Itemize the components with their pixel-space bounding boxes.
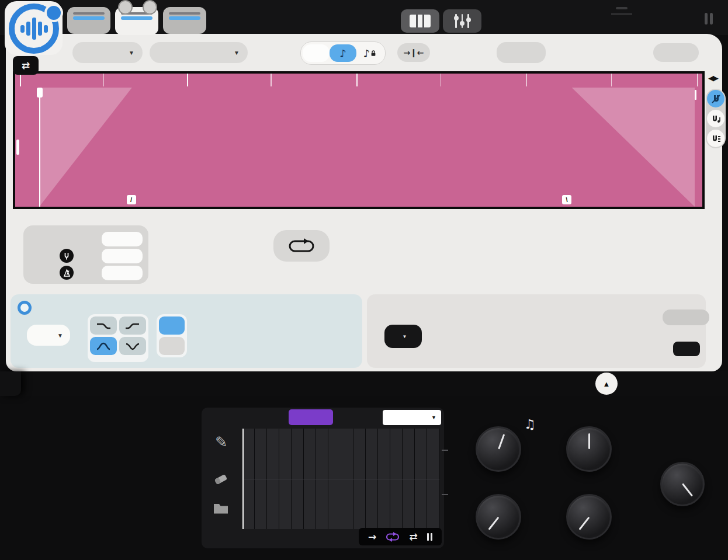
resize-grip-icon[interactable] [705, 13, 713, 25]
keyboard-icon [410, 15, 431, 27]
swap-arrows-icon: ⇄ [22, 60, 30, 71]
slope-12-button[interactable] [159, 316, 185, 335]
folder-icon [213, 502, 229, 514]
snap-mode-group [706, 89, 726, 148]
notch-icon [124, 342, 141, 351]
play-mode-dropdown[interactable]: ▼ [72, 42, 143, 63]
filter-notch-button[interactable] [119, 337, 146, 355]
sample-start-marker[interactable] [39, 88, 40, 207]
sync-note-lock-button[interactable]: ♪ [356, 44, 383, 62]
bpm-value-field[interactable] [102, 266, 143, 280]
loop-icon [287, 238, 316, 253]
arrow-up-icon: ▲ [603, 380, 611, 388]
waveform-display[interactable]: / \ [13, 71, 705, 209]
left-edge-handle[interactable] [16, 140, 19, 155]
rate-sync-note-icon[interactable]: ♫ [524, 417, 536, 432]
pencil-icon: ✎ [215, 433, 228, 451]
collapse-mod-panel-button[interactable]: ▲ [595, 373, 618, 395]
chevron-down-icon: ▼ [57, 332, 63, 339]
sample-info-box [23, 225, 148, 284]
warp-knob[interactable] [566, 426, 612, 472]
trim-to-markers-button[interactable]: →❙← [397, 43, 430, 62]
level-knob[interactable] [660, 462, 705, 506]
param-tune[interactable] [498, 7, 532, 11]
tab-sample-3[interactable] [163, 7, 206, 34]
solo-badge[interactable] [118, 0, 133, 15]
param-glide[interactable] [598, 7, 645, 15]
metronome-icon[interactable] [60, 266, 74, 280]
magnet-note-icon [711, 114, 721, 124]
vel-value-badge[interactable] [673, 342, 700, 356]
note-lock-icon: ♪ [363, 47, 370, 60]
seq-mode-group: → ⇄ [359, 528, 442, 545]
filter-slope-group [157, 314, 187, 357]
ab-compare-button[interactable]: ⇄ [13, 56, 39, 75]
preset-name-box[interactable] [0, 371, 21, 396]
sync-off-button[interactable] [303, 44, 330, 62]
load-preset-button[interactable] [213, 502, 229, 517]
mixer-view-button[interactable] [443, 9, 481, 33]
start-marker-handle[interactable] [37, 88, 43, 98]
filter-bandpass-button[interactable] [90, 337, 117, 355]
voice-mode-dropdown[interactable]: ▼ [150, 42, 248, 63]
note-icon: ♪ [339, 47, 346, 60]
fade-out-handle[interactable]: \ [562, 195, 571, 204]
tab-seq-active[interactable] [289, 409, 333, 425]
chevron-down-icon: ▼ [234, 50, 240, 56]
smono-button[interactable] [653, 43, 699, 62]
snap-grid-button[interactable] [707, 130, 724, 147]
param-fine[interactable] [532, 7, 564, 11]
mode-hold-icon[interactable] [427, 533, 432, 541]
sliders-icon [455, 14, 469, 28]
magnet-grid-icon [711, 134, 721, 144]
draw-tool-button[interactable]: ✎ [215, 433, 228, 451]
filter-group-dropdown[interactable]: ▼ [27, 325, 70, 346]
waveform-area[interactable]: / \ [15, 88, 702, 207]
smooth-knob[interactable] [566, 494, 612, 540]
logo-dot [44, 4, 63, 22]
mode-forward-icon[interactable]: → [368, 532, 376, 542]
gain-value-field[interactable] [102, 232, 143, 246]
sync-toggle-group: ♪ ♪ [300, 41, 386, 65]
sample-end-marker[interactable] [695, 90, 696, 100]
fade-in-handle[interactable]: / [127, 195, 136, 204]
filter-lowpass-button[interactable] [90, 316, 117, 335]
root-value-field[interactable] [102, 249, 143, 263]
bandpass-icon [95, 342, 112, 351]
seq-grid[interactable] [242, 429, 439, 529]
status-bar [0, 371, 728, 396]
stretch-handles-icon[interactable]: ◀▶ [708, 74, 717, 82]
root-note-icon[interactable] [60, 249, 74, 263]
close-tab-icon[interactable] [143, 0, 157, 15]
phase-knob[interactable] [476, 494, 521, 540]
waveform-ruler[interactable] [15, 74, 702, 88]
mode-pingpong-icon[interactable]: ⇄ [410, 532, 418, 542]
tab-sample-1[interactable] [67, 7, 110, 34]
adsr-preset-dropdown[interactable]: ▼ [384, 325, 422, 348]
snap-note-button[interactable] [707, 110, 724, 127]
loop-toggle-button[interactable] [273, 230, 330, 262]
plugin-window: ⇄ ▼ ▼ ♪ ♪ →❙← [0, 0, 728, 560]
lock-icon [370, 50, 376, 57]
flat-button[interactable] [497, 42, 546, 63]
param-voices[interactable] [645, 7, 682, 11]
eraser-icon [214, 472, 229, 486]
seq-playhead [242, 429, 244, 529]
sync-note-button[interactable]: ♪ [330, 44, 356, 62]
param-out[interactable] [682, 7, 707, 11]
chevron-down-icon: ▼ [403, 334, 407, 339]
keyboard-view-button[interactable] [401, 9, 439, 33]
slope-24-button[interactable] [159, 337, 185, 355]
filter-enable-toggle[interactable] [18, 301, 32, 315]
filter-type-group [88, 314, 148, 362]
param-bend[interactable] [564, 7, 598, 11]
legato-button[interactable] [663, 309, 709, 325]
lowpass-icon [95, 321, 112, 331]
rate-knob[interactable] [476, 426, 521, 472]
trigger-dropdown[interactable]: ▼ [383, 410, 441, 425]
mode-loop-icon-active[interactable] [386, 532, 400, 542]
erase-tool-button[interactable] [214, 472, 229, 488]
filter-highpass-button[interactable] [119, 316, 146, 335]
chevron-down-icon: ▼ [129, 50, 134, 56]
snap-off-button[interactable] [707, 90, 724, 107]
